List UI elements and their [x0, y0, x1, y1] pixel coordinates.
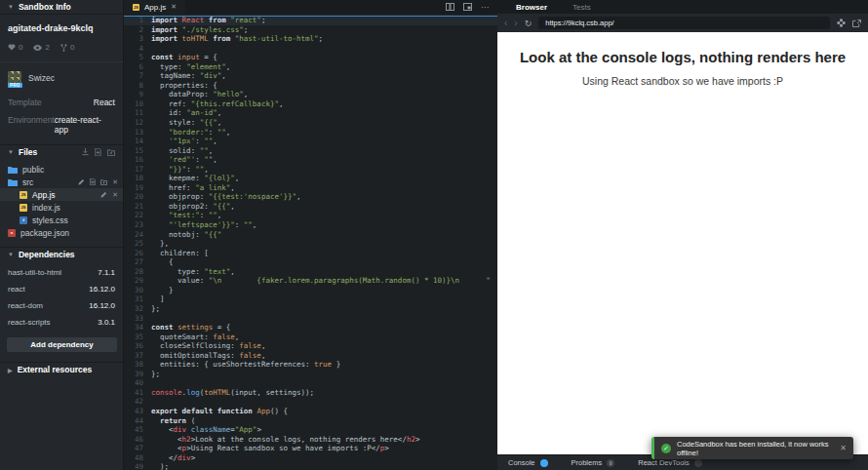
pencil-icon[interactable]: [100, 191, 107, 198]
statusbar-console[interactable]: Console: [508, 458, 548, 467]
code-line-8[interactable]: 8 properties: {: [124, 81, 497, 91]
code-line-4[interactable]: 4: [124, 44, 497, 54]
code-line-28[interactable]: 28 type: "text",: [124, 267, 497, 277]
back-icon[interactable]: ‹: [504, 19, 507, 28]
delete-icon[interactable]: ✕: [112, 178, 118, 186]
code-line-10[interactable]: 10 ref: "{this.refCallback}",: [124, 99, 497, 109]
code-line-45[interactable]: 45 <div className="App">: [124, 425, 497, 435]
code-line-44[interactable]: 44 return (: [124, 416, 497, 426]
avatar: PRO: [8, 71, 21, 85]
code-line-24[interactable]: 24 notobj: "{{": [124, 230, 497, 240]
code-line-23[interactable]: 23 "'leftspace'}}": "",: [124, 220, 497, 230]
code-line-39[interactable]: 39};: [124, 370, 497, 379]
dependency-row[interactable]: react-dom16.12.0: [0, 297, 123, 314]
code-line-41[interactable]: 41console.log(toHTML(input, settings));: [124, 388, 497, 398]
code-line-19[interactable]: 19 href: "a link",: [124, 183, 497, 193]
code-line-9[interactable]: 9 dataProp: "hello",: [124, 90, 497, 99]
refresh-icon[interactable]: ↻: [525, 19, 533, 28]
code-line-46[interactable]: 46 <h2>Look at the console logs, nothing…: [124, 435, 497, 445]
pencil-icon[interactable]: [78, 178, 85, 185]
open-new-window-icon[interactable]: [852, 20, 861, 27]
code-line-27[interactable]: 27 {: [124, 257, 497, 267]
code-line-47[interactable]: 47 <p>Using React sandbox so we have imp…: [124, 444, 497, 453]
code-line-21[interactable]: 21 objprop2: "{{",: [124, 202, 497, 212]
close-icon[interactable]: ✕: [171, 3, 177, 11]
file-row-src[interactable]: src✕: [0, 176, 123, 188]
sidebar: ▼ Sandbox Info agitated-drake-9kclq 0 2 …: [0, 0, 124, 470]
code-line-37[interactable]: 37 omitOptionalTags: false,: [124, 351, 497, 361]
more-options-icon[interactable]: ⋯: [481, 3, 490, 12]
code-line-25[interactable]: 25 },: [124, 239, 497, 249]
dependency-row[interactable]: react-scripts3.0.1: [0, 314, 123, 331]
code-line-33[interactable]: 33: [124, 314, 497, 324]
files-section-header[interactable]: ▼ Files: [0, 144, 123, 159]
code-line-38[interactable]: 38 entities: { useShortestReferences: tr…: [124, 360, 497, 370]
close-icon[interactable]: ✕: [840, 444, 847, 452]
file-row-index-js[interactable]: JSindex.js: [0, 201, 123, 214]
delete-icon[interactable]: ✕: [112, 191, 118, 199]
download-icon[interactable]: [82, 148, 89, 156]
split-editor-icon[interactable]: [446, 3, 454, 11]
forks-stat[interactable]: 0: [60, 43, 74, 52]
code-line-16[interactable]: 16 'red"': "",: [124, 155, 497, 165]
user-row[interactable]: PRO Swizec: [0, 62, 123, 94]
line-number: 21: [124, 202, 143, 212]
code-line-42[interactable]: 42: [124, 397, 497, 407]
tab-browser[interactable]: Browser: [516, 3, 547, 12]
code-line-48[interactable]: 48 </div>: [124, 453, 497, 463]
external-resources-header[interactable]: ▶ External resources: [0, 362, 123, 376]
code-line-2[interactable]: 2import "./styles.css";: [124, 25, 497, 35]
url-input[interactable]: [538, 17, 830, 29]
code-line-6[interactable]: 6 type: "element",: [124, 62, 497, 72]
code-area[interactable]: 1import React from "react";2import "./st…: [124, 14, 497, 470]
statusbar-problems[interactable]: Problems0: [572, 458, 615, 467]
file-row-App-js[interactable]: JSApp.js✕: [0, 188, 123, 201]
code-line-11[interactable]: 11 id: "an-id",: [124, 108, 497, 118]
preview-window-icon[interactable]: [463, 3, 472, 11]
dependency-row[interactable]: hast-util-to-html7.1.1: [0, 264, 123, 281]
new-file-icon[interactable]: [95, 148, 101, 156]
line-number: 31: [124, 294, 143, 304]
code-line-15[interactable]: 15 solid: "",: [124, 146, 497, 156]
code-line-5[interactable]: 5const input = {: [124, 53, 497, 62]
forward-icon[interactable]: ›: [514, 19, 517, 28]
dependency-row[interactable]: react16.12.0: [0, 281, 123, 297]
statusbar-react-devtools[interactable]: React DevTools: [638, 458, 702, 467]
code-line-29[interactable]: 29 value: "\n {faker.lorem.paragraphs(Ma…: [124, 276, 497, 286]
code-line-20[interactable]: 20 objprop: "{{test:'nospace'}}",: [124, 192, 497, 202]
new-file-icon[interactable]: [90, 178, 96, 185]
dependencies-section-header[interactable]: ▼ Dependencies: [0, 247, 123, 261]
code-line-17[interactable]: 17 "}}": "",: [124, 165, 497, 175]
code-line-34[interactable]: 34const settings = {: [124, 323, 497, 333]
code-line-7[interactable]: 7 tagName: "div",: [124, 71, 497, 81]
code-line-13[interactable]: 13 "border:": "",: [124, 128, 497, 137]
likes-stat[interactable]: 0: [8, 43, 22, 52]
code-line-18[interactable]: 18 keepme: "{lol}",: [124, 174, 497, 183]
code-line-1[interactable]: 1import React from "react";: [124, 16, 497, 25]
code-line-3[interactable]: 3import toHTML from "hast-util-to-html";: [124, 34, 497, 44]
new-folder-icon[interactable]: [107, 149, 115, 156]
new-folder-icon[interactable]: [100, 179, 107, 185]
code-line-31[interactable]: 31 ]: [124, 294, 497, 304]
code-line-49[interactable]: 49 );: [124, 462, 497, 470]
file-row-public[interactable]: public: [0, 163, 123, 176]
code-line-26[interactable]: 26 children: [: [124, 249, 497, 258]
add-dependency-button[interactable]: Add dependency: [7, 337, 117, 352]
code-line-14[interactable]: 14 '"1px': "",: [124, 137, 497, 146]
responsive-mode-icon[interactable]: [837, 19, 846, 27]
tab-tests[interactable]: Tests: [572, 3, 591, 12]
code-line-30[interactable]: 30 }: [124, 286, 497, 295]
code-line-22[interactable]: 22 "test:": "",: [124, 211, 497, 220]
code-line-32[interactable]: 32};: [124, 304, 497, 314]
code-line-12[interactable]: 12 style: "{{",: [124, 118, 497, 128]
views-stat: 2: [33, 43, 49, 52]
file-row-package-json[interactable]: npackage.json: [0, 226, 123, 239]
file-row-styles-css[interactable]: #styles.css: [0, 214, 123, 226]
tab-appjs[interactable]: JS App.js ✕: [124, 0, 185, 14]
code-line-35[interactable]: 35 quoteSmart: false,: [124, 333, 497, 342]
sandbox-info-header[interactable]: ▼ Sandbox Info: [0, 0, 123, 15]
code-line-36[interactable]: 36 closeSelfClosing: false,: [124, 341, 497, 351]
code-line-40[interactable]: 40: [124, 378, 497, 388]
code-line-43[interactable]: 43export default function App() {: [124, 407, 497, 416]
line-number: 46: [124, 435, 143, 445]
